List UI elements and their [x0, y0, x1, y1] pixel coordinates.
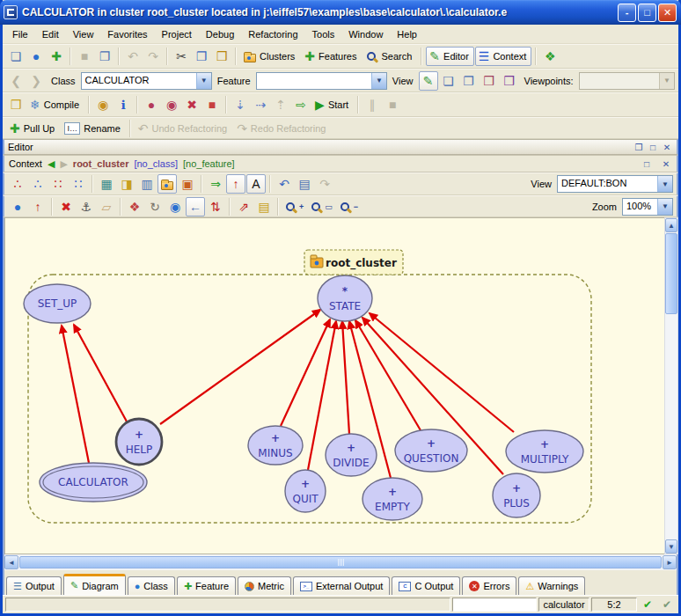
- chevron-down-icon[interactable]: ▼: [196, 73, 211, 89]
- class-node-set_up[interactable]: SET_UP: [24, 284, 91, 323]
- export-postscript-icon[interactable]: ◨: [117, 174, 136, 194]
- class-node-multiply[interactable]: +MULTIPLY: [506, 430, 583, 473]
- zoom-out-button[interactable]: −: [337, 197, 362, 216]
- finalize-icon[interactable]: ◉: [93, 95, 113, 114]
- context-toggle[interactable]: ☰Context: [475, 47, 531, 66]
- class-node-question[interactable]: +QUESTION: [395, 429, 467, 472]
- features-button[interactable]: ✚Features: [301, 47, 362, 66]
- rotate-icon[interactable]: ↻: [145, 197, 165, 216]
- new-document-icon[interactable]: ❏: [6, 47, 26, 66]
- chevron-down-icon[interactable]: ▼: [657, 199, 672, 215]
- link-question-state[interactable]: [355, 320, 421, 430]
- class-node-minus[interactable]: +MINUS: [248, 426, 303, 465]
- client-supplier-icon[interactable]: ⇗: [234, 197, 253, 216]
- class-node-divide[interactable]: +DIVIDE: [326, 434, 377, 476]
- save-all-icon[interactable]: ❐: [95, 47, 114, 66]
- menu-edit[interactable]: Edit: [35, 26, 66, 42]
- sort-links-icon[interactable]: ⇅: [206, 197, 225, 216]
- view-clients-icon[interactable]: ❐: [459, 71, 479, 91]
- inheritance-link-tool[interactable]: ∷: [69, 174, 88, 194]
- critical-stack-icon[interactable]: ■: [202, 95, 222, 114]
- clusters-button[interactable]: Clusters: [240, 47, 300, 66]
- tab-metric[interactable]: Metric: [238, 576, 291, 595]
- delete-icon[interactable]: ✖: [56, 197, 76, 216]
- scroll-down-icon[interactable]: ▼: [665, 539, 677, 554]
- external-commands-icon[interactable]: ❖: [540, 47, 560, 66]
- vertical-scroll-thumb[interactable]: [665, 233, 677, 314]
- chevron-down-icon[interactable]: ▼: [657, 176, 672, 192]
- view-interface-icon[interactable]: ❒: [500, 71, 519, 91]
- step-over-icon[interactable]: ⇢: [251, 95, 270, 114]
- maximize-pane-icon[interactable]: □: [647, 142, 659, 153]
- class-node-empty[interactable]: +EMPTY: [362, 478, 422, 520]
- diagram-canvas[interactable]: SET_UP*STATE+HELPCALCULATOR+MINUS+QUIT+D…: [4, 217, 664, 554]
- diagram-history-icon[interactable]: ▤: [295, 174, 314, 194]
- start-button[interactable]: ▶Start: [311, 95, 354, 114]
- feature-combobox[interactable]: ▼: [256, 72, 387, 90]
- paste-icon[interactable]: ❒: [212, 47, 231, 66]
- close-pane-icon[interactable]: ✕: [661, 142, 673, 153]
- depth-icon[interactable]: ↑: [226, 174, 245, 194]
- class-node-help[interactable]: +HELP: [116, 419, 162, 465]
- undock-pane-icon[interactable]: ❐: [633, 142, 645, 153]
- views-tool-icon[interactable]: ▣: [178, 174, 197, 194]
- horizontal-scrollbar[interactable]: ◄ ►: [3, 554, 678, 570]
- menu-file[interactable]: File: [5, 26, 35, 42]
- tab-class[interactable]: ●Class: [128, 576, 175, 595]
- class-node-calculator[interactable]: CALCULATOR: [40, 463, 147, 502]
- tab-c-output[interactable]: CC Output: [392, 576, 460, 595]
- show-labels-toggle[interactable]: A: [246, 174, 266, 194]
- export-png-icon[interactable]: ▦: [97, 174, 116, 194]
- menu-view[interactable]: View: [66, 26, 101, 42]
- link-minus-state[interactable]: [281, 319, 330, 426]
- level-up-icon[interactable]: ↑: [28, 197, 48, 216]
- menu-help[interactable]: Help: [390, 26, 424, 42]
- chevron-down-icon[interactable]: ▼: [371, 73, 386, 89]
- search-button[interactable]: Search: [363, 47, 418, 66]
- cluster-label[interactable]: root_cluster: [304, 250, 403, 275]
- class-combobox[interactable]: CALCULATOR▼: [81, 72, 212, 90]
- project-info-icon[interactable]: ℹ: [114, 95, 133, 114]
- link-multiply-state[interactable]: [370, 313, 514, 432]
- menu-window[interactable]: Window: [341, 26, 390, 42]
- debug-ignore-icon[interactable]: ◉: [162, 95, 181, 114]
- view-editor-icon[interactable]: ✎: [419, 71, 438, 91]
- pull-up-button[interactable]: ✚Pull Up: [6, 119, 60, 138]
- fill-color-icon[interactable]: ❖: [125, 197, 144, 216]
- tab-output[interactable]: ☰Output: [6, 576, 62, 595]
- client-link-tool[interactable]: ∷: [48, 174, 68, 194]
- cut-icon[interactable]: ✂: [172, 47, 191, 66]
- diagram-view-combobox[interactable]: DEFAULT:BON▼: [557, 175, 673, 193]
- class-node-state[interactable]: *STATE: [318, 275, 372, 321]
- tab-warnings[interactable]: ⚠Warnings: [518, 576, 585, 595]
- zoom-combobox[interactable]: 100%▼: [622, 198, 673, 216]
- new-class-tool[interactable]: ∴: [8, 174, 27, 194]
- zoom-in-button[interactable]: +: [282, 197, 307, 216]
- fit-to-window-button[interactable]: ▭: [308, 197, 336, 216]
- run-no-stop-icon[interactable]: ⇨: [291, 95, 311, 114]
- horizontal-scroll-thumb[interactable]: [19, 556, 662, 568]
- open-project-icon[interactable]: ●: [26, 47, 46, 66]
- class-node-plus[interactable]: +PLUS: [493, 473, 540, 517]
- add-note-icon[interactable]: ▤: [254, 197, 274, 216]
- context-back-icon[interactable]: ◀: [48, 158, 55, 170]
- unanchor-icon[interactable]: ⚓: [77, 197, 96, 216]
- sphere-icon[interactable]: ◉: [165, 197, 185, 216]
- add-class-icon[interactable]: ✚: [47, 47, 66, 66]
- scroll-left-icon[interactable]: ◄: [4, 555, 18, 569]
- view-flat-icon[interactable]: ❏: [439, 71, 458, 91]
- view-contract-icon[interactable]: ❒: [480, 71, 499, 91]
- minimize-button[interactable]: -: [618, 4, 636, 22]
- step-into-icon[interactable]: ⇣: [231, 95, 250, 114]
- diagram-undo-icon[interactable]: ↶: [275, 174, 294, 194]
- context-cluster[interactable]: root_cluster: [73, 158, 129, 169]
- tab-errors[interactable]: ✕Errors: [462, 576, 516, 595]
- link-direction-toggle[interactable]: ←: [186, 197, 205, 216]
- cluster-view-toggle[interactable]: [157, 174, 177, 194]
- world-icon[interactable]: ●: [8, 197, 27, 216]
- tab-diagram[interactable]: ✎Diagram: [63, 574, 126, 595]
- uml-view-icon[interactable]: ▥: [137, 174, 157, 194]
- context-close-icon[interactable]: ✕: [660, 158, 672, 170]
- menu-tools[interactable]: Tools: [305, 26, 342, 42]
- link-help-state[interactable]: [160, 310, 320, 424]
